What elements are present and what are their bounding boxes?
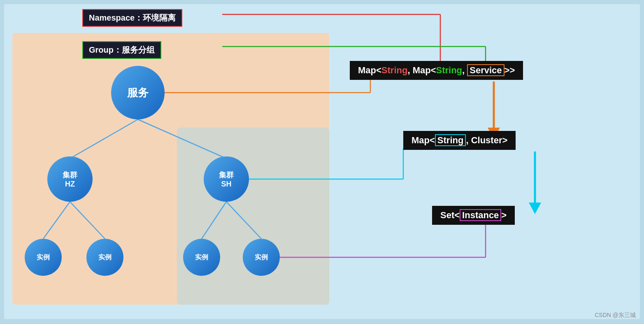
- instance-node-1: 实例: [25, 239, 62, 276]
- instance-label-2: 实例: [98, 253, 112, 262]
- set-box: Set<Instance>: [432, 206, 515, 225]
- cluster-sh-node: 集群 SH: [204, 156, 249, 202]
- cluster-hz-node: 集群 HZ: [47, 156, 93, 202]
- cluster-hz-line2: HZ: [65, 180, 75, 189]
- cluster-sh-line1: 集群: [219, 170, 234, 180]
- group-box: Group：服务分组: [82, 41, 161, 59]
- service-highlight-orange: Service: [467, 64, 504, 76]
- string-highlight-cyan: String: [435, 134, 466, 146]
- instance-node-3: 实例: [183, 239, 220, 276]
- service-node: 服务: [111, 66, 165, 119]
- instance-node-4: 实例: [243, 239, 280, 276]
- map-box-1: Map<String, Map<String, Service>>: [350, 61, 523, 80]
- watermark-text: CSDN @东三城: [595, 312, 636, 318]
- cluster-sh-overlay: [177, 128, 329, 305]
- instance-label-4: 实例: [255, 253, 268, 262]
- map-box1-text: Map<String, Map<String, Service>>: [358, 64, 515, 76]
- map-box2-text: Map<String, Cluster>: [412, 134, 507, 146]
- string-highlight-green: String: [436, 65, 463, 75]
- service-label: 服务: [127, 86, 149, 100]
- cluster-sh-line2: SH: [221, 180, 231, 189]
- set-box-text: Set<Instance>: [440, 209, 507, 221]
- instance-node-2: 实例: [86, 239, 123, 276]
- namespace-label: Namespace：环境隔离: [89, 13, 176, 22]
- namespace-box: Namespace：环境隔离: [82, 9, 182, 27]
- group-label: Group：服务分组: [89, 45, 155, 54]
- instance-highlight-magenta: Instance: [460, 209, 501, 221]
- instance-label-3: 实例: [195, 253, 208, 262]
- cluster-hz-line1: 集群: [63, 170, 77, 180]
- map-box-2: Map<String, Cluster>: [403, 131, 516, 150]
- watermark: CSDN @东三城: [595, 312, 636, 319]
- string-highlight-red: String: [381, 65, 408, 75]
- instance-label-1: 实例: [37, 253, 50, 262]
- main-container: Namespace：环境隔离 Group：服务分组 服务 集群 HZ 集群 SH…: [0, 0, 644, 324]
